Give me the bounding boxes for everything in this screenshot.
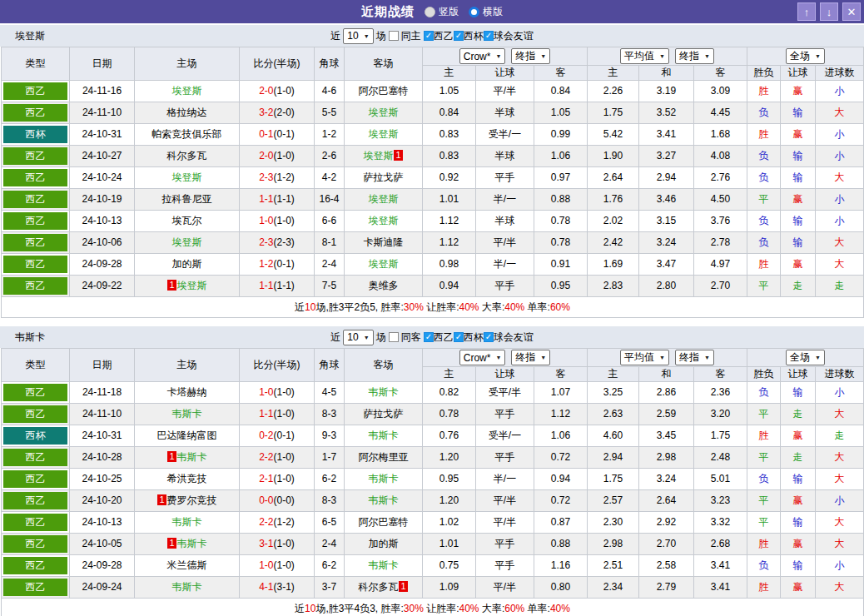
summary-segment: 场,胜3平4负3, 胜率:	[315, 603, 403, 614]
half-score: (1-0)	[274, 215, 295, 226]
close-button[interactable]: ✕	[842, 2, 861, 21]
half-score: (1-0)	[274, 386, 295, 398]
date-cell: 24-11-18	[70, 382, 135, 404]
move-down-button[interactable]: ↓	[820, 2, 838, 21]
near-label: 近	[330, 330, 340, 345]
result-cell: 平	[747, 512, 781, 534]
half-score: (3-1)	[274, 581, 295, 593]
odds-handicap-cell: 受半/一	[476, 124, 534, 146]
type-cell: 西乙	[2, 512, 70, 534]
layout-option-vertical[interactable]: 竖版	[425, 5, 459, 19]
league-checkbox[interactable]	[454, 332, 464, 342]
league-checkbox[interactable]	[424, 332, 434, 342]
league-checkbox[interactable]	[424, 31, 434, 41]
league-filter: 西杯	[454, 29, 484, 43]
goals-result-cell: 大	[816, 167, 864, 189]
team-label: 韦斯卡	[369, 386, 399, 398]
col-avg-draw: 和	[639, 66, 694, 81]
league-checkbox[interactable]	[454, 31, 464, 41]
odds-company-select[interactable]: Crow*▼	[459, 350, 506, 365]
odds-away-cell: 0.87	[534, 512, 588, 534]
half-score: (2-0)	[274, 107, 295, 118]
avg-home-cell: 2.02	[588, 211, 639, 232]
league-checkbox[interactable]	[484, 31, 494, 41]
score-cell: 1-1(1-0)	[240, 404, 315, 425]
scope-select[interactable]: 全场▼	[786, 350, 825, 365]
odds-home-cell: 0.94	[423, 276, 476, 297]
col-handicap-result: 让球	[781, 367, 816, 382]
move-up-button[interactable]: ↑	[797, 2, 816, 21]
avg-home-cell: 2.26	[588, 81, 639, 102]
half-score: (1-0)	[274, 150, 295, 161]
scope-select[interactable]: 全场▼	[786, 48, 825, 64]
recent-count-select[interactable]: 10▼	[343, 330, 373, 345]
summary-segment: 大率:	[479, 603, 505, 614]
odds-home-cell: 0.83	[423, 124, 476, 146]
summary-row: 近10场,胜3平2负5, 胜率:30% 让胜率:40% 大率:40% 单率:60…	[2, 297, 864, 318]
corner-cell: 8-3	[315, 404, 345, 425]
team-name: 韦斯卡	[15, 330, 45, 345]
date-cell: 24-09-22	[70, 276, 135, 297]
summary-segment: 40%	[504, 301, 524, 313]
odds-handicap-cell: 半/一	[476, 469, 534, 490]
avg-away-cell: 3.41	[694, 555, 747, 577]
layout-option-horizontal[interactable]: 横版	[469, 5, 503, 19]
col-home: 主场	[135, 349, 240, 382]
full-score: 2-1	[259, 473, 273, 484]
avg-draw-cell: 2.59	[639, 404, 694, 425]
home-team-cell: 加的斯	[135, 254, 240, 276]
team-label: 韦斯卡	[177, 538, 207, 549]
match-row: 西乙24-09-28加的斯1-2(0-1)2-4埃登斯0.98半/一0.911.…	[2, 254, 864, 276]
odds-handicap-cell: 半/一	[476, 189, 534, 211]
col-date: 日期	[70, 349, 135, 382]
odds-home-cell: 1.12	[423, 232, 476, 254]
col-avg-home: 主	[588, 66, 639, 81]
home-team-cell: 帕索竞技俱乐部	[135, 124, 240, 146]
avg-source-select[interactable]: 平均值▼	[620, 350, 669, 365]
odds-time-select[interactable]: 终指▼	[511, 350, 550, 365]
away-team-cell: 奥维多	[345, 276, 423, 297]
avg-source-select[interactable]: 平均值▼	[620, 48, 669, 64]
odds-handicap-cell: 平手	[476, 404, 534, 425]
goals-result-cell: 小	[816, 124, 864, 146]
summary-segment: 40%	[550, 603, 570, 614]
team-label: 费罗尔竞技	[167, 494, 217, 506]
full-score: 3-2	[259, 107, 273, 118]
avg-time-select[interactable]: 终指▼	[675, 48, 714, 64]
odds-handicap-cell: 平手	[476, 447, 534, 469]
away-team-cell: 韦斯卡	[345, 469, 423, 490]
vertical-radio-icon[interactable]	[425, 7, 435, 17]
score-cell: 0-0(0-0)	[240, 490, 315, 512]
same-venue-checkbox[interactable]	[389, 31, 399, 41]
league-checkbox[interactable]	[484, 332, 494, 342]
away-team-cell: 卡斯迪隆	[345, 232, 423, 254]
odds-home-cell: 1.02	[423, 512, 476, 534]
match-row: 西乙24-10-19拉科鲁尼亚1-1(1-1)16-4埃登斯1.01半/一0.8…	[2, 189, 864, 211]
home-team-cell: 韦斯卡	[135, 577, 240, 599]
corner-cell: 16-4	[315, 189, 345, 211]
avg-time-select[interactable]: 终指▼	[675, 350, 714, 365]
odds-handicap-cell: 半球	[476, 146, 534, 167]
team-label: 拉科鲁尼亚	[162, 193, 212, 205]
same-venue-checkbox[interactable]	[389, 332, 399, 342]
odds-time-select[interactable]: 终指▼	[511, 48, 550, 64]
col-home: 主场	[135, 47, 240, 81]
date-cell: 24-10-13	[70, 512, 135, 534]
odds-home-cell: 0.95	[423, 469, 476, 490]
team-label: 埃瓦尔	[172, 215, 202, 226]
half-score: (0-1)	[274, 430, 295, 441]
result-cell: 平	[747, 189, 781, 211]
odds-away-cell: 0.99	[534, 124, 588, 146]
match-row: 西乙24-10-201费罗尔竞技0-0(0-0)8-3韦斯卡1.20平/半0.7…	[2, 490, 864, 512]
home-team-cell: 巴达隆纳富图	[135, 425, 240, 447]
recent-count-select[interactable]: 10▼	[343, 28, 373, 44]
league-filter: 西乙	[424, 29, 454, 43]
away-team-cell: 萨拉戈萨	[345, 167, 423, 189]
odds-company-select[interactable]: Crow*▼	[459, 48, 506, 64]
avg-away-cell: 3.76	[694, 211, 747, 232]
team-label: 希洪竞技	[167, 473, 207, 484]
team-label: 韦斯卡	[369, 494, 399, 506]
horizontal-radio-icon[interactable]	[469, 7, 479, 17]
handicap-result-cell: 输	[781, 555, 816, 577]
handicap-result-cell: 赢	[781, 425, 816, 447]
